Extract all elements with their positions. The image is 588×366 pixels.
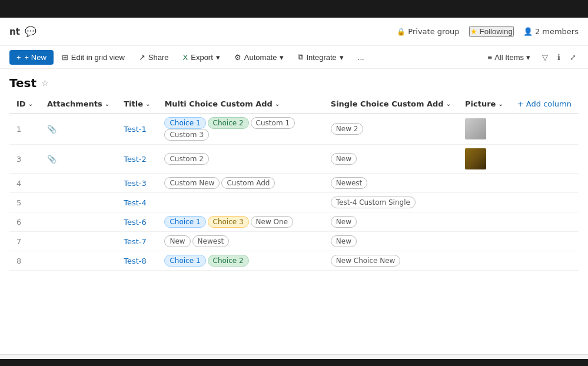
page-content: Test ☆ ID ⌄ Attachments ⌄	[0, 69, 588, 271]
table-row[interactable]: 4Test-3Custom NewCustom AddNewest	[9, 174, 579, 193]
horizontal-scrollbar[interactable]	[0, 354, 588, 359]
cell-add-col	[510, 193, 579, 212]
export-icon: X	[183, 53, 188, 62]
new-button[interactable]: + + New	[9, 50, 54, 65]
cell-id: 5	[9, 193, 40, 212]
list-item: New One	[251, 216, 293, 228]
cell-multi-choice: Choice 1Choice 3New One	[157, 212, 323, 232]
cell-add-col	[510, 212, 579, 232]
cell-picture	[458, 114, 510, 145]
following-button[interactable]: ★ Following	[469, 26, 514, 37]
cell-title[interactable]: Test-1	[117, 114, 157, 145]
all-items-button[interactable]: ≡ All Items ▾	[483, 51, 535, 64]
col-header-single-choice[interactable]: Single Choice Custom Add ⌄	[324, 95, 458, 114]
private-group: 🔒 Private group	[397, 27, 459, 36]
info-icon: ℹ	[557, 53, 560, 62]
app-title: nt	[9, 26, 20, 37]
cell-title[interactable]: Test-6	[117, 212, 157, 232]
cell-title[interactable]: Test-8	[117, 251, 157, 271]
image-thumbnail	[465, 118, 486, 139]
cell-id: 4	[9, 174, 40, 193]
table-header-row: ID ⌄ Attachments ⌄ Title ⌄	[9, 95, 579, 114]
list-item: New	[331, 235, 357, 247]
add-column-header[interactable]: + Add column	[510, 95, 579, 114]
table-row[interactable]: 3📎Test-2Custom 2New	[9, 145, 579, 174]
more-button[interactable]: ...	[352, 50, 370, 65]
list-item: New	[164, 235, 190, 247]
cell-picture	[458, 145, 510, 174]
edit-grid-button[interactable]: ⊞ Edit in grid view	[56, 50, 131, 65]
filter-icon: ▽	[542, 53, 548, 62]
cell-picture	[458, 251, 510, 271]
grid-icon: ⊞	[62, 53, 68, 62]
cell-title[interactable]: Test-4	[117, 193, 157, 212]
paperclip-icon: 📎	[47, 125, 57, 134]
star-icon: ★	[470, 27, 477, 36]
top-bar	[0, 0, 588, 18]
col-header-multi-choice[interactable]: Multi Choice Custom Add ⌄	[157, 95, 323, 114]
toolbar-right: ≡ All Items ▾ ▽ ℹ ⤢	[483, 51, 579, 64]
automate-icon: ⚙	[234, 53, 241, 62]
cell-single-choice: New	[324, 145, 458, 174]
cell-add-col	[510, 232, 579, 251]
cell-title[interactable]: Test-2	[117, 145, 157, 174]
cell-picture	[458, 212, 510, 232]
cell-single-choice: New 2	[324, 114, 458, 145]
app-header-right: 🔒 Private group ★ Following 👤 2 members	[397, 26, 579, 37]
share-button[interactable]: ↗ Share	[133, 50, 175, 65]
cell-attachments	[40, 251, 117, 271]
cell-title[interactable]: Test-7	[117, 232, 157, 251]
cell-multi-choice: Custom 2	[157, 145, 323, 174]
integrate-button[interactable]: ⧉ Integrate ▾	[292, 49, 349, 65]
sort-icon: ⌄	[145, 101, 150, 107]
info-button[interactable]: ℹ	[555, 51, 563, 64]
list-item: Test-4 Custom Single	[331, 197, 416, 208]
cell-multi-choice: NewNewest	[157, 232, 323, 251]
cell-multi-choice: Custom NewCustom Add	[157, 174, 323, 193]
cell-picture	[458, 193, 510, 212]
members-count: 👤 2 members	[523, 27, 579, 36]
cell-single-choice: New	[324, 232, 458, 251]
col-header-id[interactable]: ID ⌄	[9, 95, 40, 114]
list-item: Choice 1	[164, 255, 205, 267]
table-row[interactable]: 7Test-7NewNewestNew	[9, 232, 579, 251]
cell-id: 1	[9, 114, 40, 145]
data-table: ID ⌄ Attachments ⌄ Title ⌄	[9, 95, 579, 271]
table-row[interactable]: 6Test-6Choice 1Choice 3New OneNew	[9, 212, 579, 232]
image-thumbnail	[465, 148, 486, 169]
cell-attachments	[40, 232, 117, 251]
person-icon: 👤	[523, 27, 533, 36]
automate-chevron-icon: ▾	[280, 53, 284, 62]
table-row[interactable]: 1📎Test-1Choice 1Choice 2Custom 1Custom 3…	[9, 114, 579, 145]
col-header-title[interactable]: Title ⌄	[117, 95, 157, 114]
list-item: Choice 1	[164, 216, 205, 228]
cell-title[interactable]: Test-3	[117, 174, 157, 193]
cell-add-col	[510, 145, 579, 174]
list-item: Choice 2	[208, 255, 249, 267]
cell-add-col	[510, 251, 579, 271]
expand-icon: ⤢	[570, 53, 576, 62]
list-item: Newest	[192, 235, 230, 247]
export-button[interactable]: X Export ▾	[177, 50, 226, 65]
cell-multi-choice	[157, 193, 323, 212]
cell-single-choice: New	[324, 212, 458, 232]
cell-multi-choice: Choice 1Choice 2	[157, 251, 323, 271]
cell-single-choice: New Choice New	[324, 251, 458, 271]
teams-icon: 💬	[25, 26, 36, 37]
automate-button[interactable]: ⚙ Automate ▾	[228, 50, 290, 65]
cell-picture	[458, 174, 510, 193]
star-favorite-icon[interactable]: ☆	[41, 78, 49, 88]
bottom-bar	[0, 359, 588, 366]
list-item: Choice 2	[208, 117, 249, 129]
expand-button[interactable]: ⤢	[567, 51, 579, 64]
table-row[interactable]: 8Test-8Choice 1Choice 2New Choice New	[9, 251, 579, 271]
list-item: New 2	[331, 123, 364, 135]
integrate-chevron-icon: ▾	[340, 53, 344, 62]
list-item: Custom 3	[164, 129, 208, 141]
col-header-picture[interactable]: Picture ⌄	[458, 95, 510, 114]
filter-button[interactable]: ▽	[540, 51, 550, 64]
col-header-attachments[interactable]: Attachments ⌄	[40, 95, 117, 114]
cell-id: 3	[9, 145, 40, 174]
app-header-left: nt 💬	[9, 26, 36, 37]
table-row[interactable]: 5Test-4Test-4 Custom Single	[9, 193, 579, 212]
